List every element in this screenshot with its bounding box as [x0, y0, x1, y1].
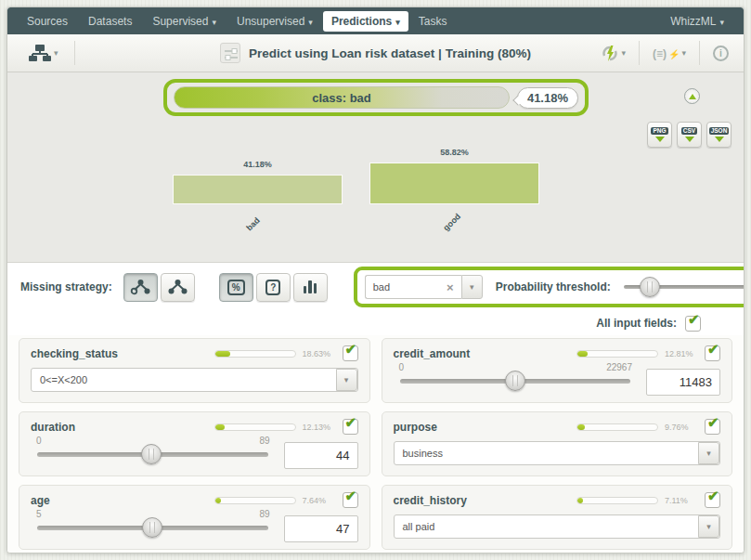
- nav-supervised[interactable]: Supervised: [142, 11, 227, 32]
- prediction-class-bar: class: bad: [174, 86, 510, 109]
- field-value-input[interactable]: [284, 442, 358, 469]
- field-value-input[interactable]: [284, 515, 358, 542]
- probability-threshold-label: Probability threshold:: [496, 280, 611, 293]
- export-json-button[interactable]: JSON: [706, 122, 732, 148]
- field-value-input[interactable]: [646, 369, 720, 396]
- class-select-dropdown-button[interactable]: [461, 275, 483, 299]
- filter-histogram-button[interactable]: [293, 273, 328, 302]
- field-enabled-checkbox[interactable]: [343, 492, 358, 508]
- bar-rect: [173, 175, 343, 204]
- bar-category-label: bad: [244, 215, 261, 232]
- all-input-fields-label: All input fields:: [596, 317, 677, 330]
- dropdown-caret-icon: ▾: [621, 48, 626, 58]
- importance-bar: [214, 497, 296, 504]
- nav-unsupervised[interactable]: Unsupervised: [227, 11, 323, 32]
- field-name: duration: [31, 421, 208, 434]
- prediction-stage: class: bad 41.18% PNG CSV JSON 41.18%: [7, 72, 744, 263]
- collapse-panel-button[interactable]: [684, 88, 700, 104]
- missing-strategy-last-button[interactable]: [123, 273, 158, 302]
- prediction-result-highlight: class: bad 41.18%: [163, 79, 589, 116]
- probability-threshold-slider[interactable]: [624, 277, 745, 297]
- field-slider-track[interactable]: [37, 452, 268, 457]
- select-dropdown-button[interactable]: [336, 369, 357, 391]
- slider-max-label: 89: [259, 436, 269, 446]
- export-csv-button[interactable]: CSV: [677, 122, 702, 148]
- field-slider-handle[interactable]: [141, 444, 162, 464]
- export-png-button[interactable]: PNG: [647, 122, 672, 148]
- field-enabled-checkbox[interactable]: [343, 345, 358, 361]
- download-arrow-icon: [715, 137, 724, 142]
- tree-proportional-icon: [167, 279, 188, 295]
- select-value: business: [395, 442, 699, 464]
- question-tag-icon: ?: [265, 280, 280, 295]
- nav-sources[interactable]: Sources: [17, 11, 78, 32]
- field-slider-handle[interactable]: [505, 371, 525, 391]
- header-bar: ▾ Predict using Loan risk dataset | Trai…: [7, 34, 744, 72]
- importance-value: 12.13%: [303, 423, 336, 432]
- class-select-field[interactable]: bad ×: [365, 275, 461, 299]
- bar-value-label: 41.18%: [173, 160, 343, 169]
- field-slider-track[interactable]: [37, 526, 268, 530]
- importance-value: 12.81%: [665, 349, 698, 358]
- nav-whizzml[interactable]: WhizzML: [660, 11, 734, 32]
- importance-value: 18.63%: [303, 349, 336, 358]
- nav-tasks[interactable]: Tasks: [408, 11, 458, 32]
- field-slider-track[interactable]: [400, 379, 631, 384]
- select-dropdown-button[interactable]: [698, 515, 719, 538]
- importance-value: 9.76%: [665, 423, 698, 432]
- model-tree-menu-button[interactable]: ▾: [24, 42, 62, 65]
- png-label: PNG: [651, 127, 667, 136]
- bar-chart-icon: [304, 280, 317, 293]
- field-enabled-checkbox[interactable]: [705, 419, 720, 435]
- slider-handle[interactable]: [640, 277, 660, 297]
- nav-datasets[interactable]: Datasets: [78, 11, 142, 32]
- filter-importance-button[interactable]: %: [219, 273, 253, 302]
- importance-bar: [576, 497, 658, 504]
- download-arrow-icon: [655, 137, 665, 142]
- info-button[interactable]: [709, 44, 732, 63]
- field-enabled-checkbox[interactable]: [343, 419, 358, 435]
- select-dropdown-button[interactable]: [698, 442, 719, 464]
- divider: [639, 41, 640, 65]
- field-name: age: [31, 494, 208, 507]
- rebuild-prediction-button[interactable]: ▾: [597, 43, 629, 64]
- triangle-up-icon: [689, 94, 696, 99]
- threshold-highlight: bad × Probability threshold: 20%: [354, 267, 745, 307]
- divider: [74, 41, 75, 65]
- slider-max-label: 22967: [606, 362, 632, 372]
- page-title: Predict using Loan risk dataset | Traini…: [249, 46, 531, 60]
- field-card-age: age 7.64% 5 89: [19, 485, 370, 550]
- sliders-icon: [220, 43, 240, 63]
- importance-value: 7.11%: [665, 496, 698, 505]
- field-name: credit_amount: [394, 347, 571, 360]
- bar-value-label: 58.82%: [369, 148, 539, 157]
- field-select[interactable]: business: [394, 441, 721, 465]
- field-enabled-checkbox[interactable]: [705, 345, 720, 361]
- export-buttons: PNG CSV JSON: [647, 122, 732, 148]
- controls-row: Missing strategy:: [7, 263, 744, 311]
- importance-bar: [576, 350, 658, 358]
- importance-bar: [576, 423, 658, 431]
- field-card-purpose: purpose 9.76% business: [382, 411, 733, 476]
- filter-missing-button[interactable]: ?: [256, 273, 291, 302]
- csv-label: CSV: [681, 127, 697, 136]
- bar-good: 58.82% good: [369, 163, 539, 204]
- field-select[interactable]: all paid: [394, 514, 721, 539]
- input-fields-grid: checking_status 18.63% 0<=X<200 credit_a…: [7, 335, 744, 553]
- field-card-credit-history: credit_history 7.11% all paid: [382, 485, 733, 550]
- missing-strategy-proportional-button[interactable]: [161, 273, 195, 302]
- bar-rect: [369, 163, 539, 204]
- nav-predictions[interactable]: Predictions: [323, 11, 408, 32]
- importance-bar: [214, 423, 296, 431]
- list-icon: [653, 45, 667, 61]
- prediction-probability-badge: 41.18%: [517, 87, 578, 109]
- field-slider-handle[interactable]: [142, 517, 162, 538]
- all-input-fields-checkbox[interactable]: [685, 316, 701, 332]
- json-label: JSON: [709, 127, 730, 136]
- clear-selection-icon[interactable]: ×: [447, 281, 454, 293]
- positive-class-select: bad ×: [365, 275, 483, 299]
- field-select[interactable]: 0<=X<200: [31, 368, 358, 392]
- model-tree-icon: [28, 44, 52, 63]
- field-enabled-checkbox[interactable]: [705, 492, 720, 508]
- rules-export-button[interactable]: ▾: [649, 43, 690, 63]
